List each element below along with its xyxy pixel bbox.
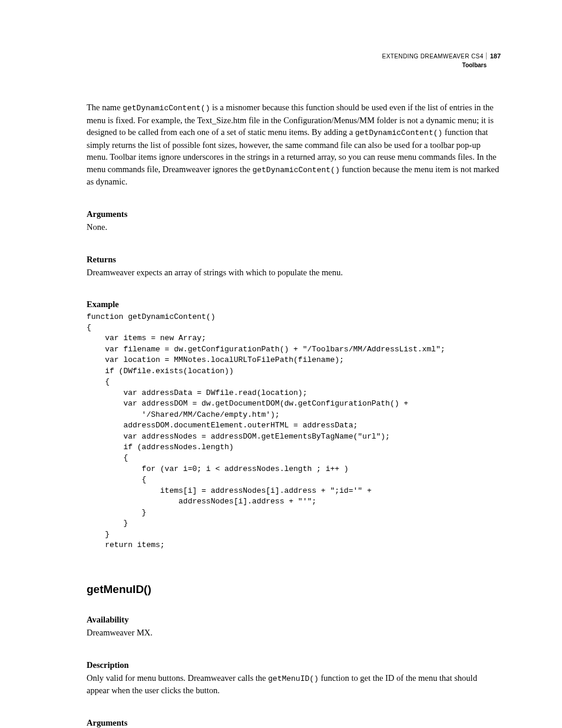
availability-heading: Availability [87,614,501,625]
intro-text-1: The name [87,103,123,112]
page-header: EXTENDING DREAMWEAVER CS4187 Toolbars [87,52,501,70]
page-container: EXTENDING DREAMWEAVER CS4187 Toolbars Th… [0,0,562,728]
header-section: Toolbars [87,61,501,70]
availability-body: Dreamweaver MX. [87,627,501,638]
code-inline-2: getDynamicContent() [355,129,442,137]
arguments-body-1: None. [87,221,501,233]
code-inline-1: getDynamicContent() [123,104,210,113]
description-body: Only valid for menu buttons. Dreamweaver… [87,672,501,697]
returns-body: Dreamweaver expects an array of strings … [87,266,501,278]
description-code: getMenuID() [268,674,319,683]
function-title-getmenuid: getMenuID() [87,582,501,598]
arguments-heading-1: Arguments [87,208,501,220]
returns-heading: Returns [87,253,501,265]
description-heading: Description [87,659,501,671]
example-code-block: function getDynamicContent() { var items… [87,312,501,551]
arguments-heading-2: Arguments [87,717,501,728]
page-number: 187 [486,52,501,60]
code-inline-3: getDynamicContent() [252,166,339,174]
description-pre: Only valid for menu buttons. Dreamweaver… [87,673,268,683]
header-title-line: EXTENDING DREAMWEAVER CS4187 [87,52,501,61]
book-title: EXTENDING DREAMWEAVER CS4 [382,53,484,60]
example-heading: Example [87,298,501,310]
intro-paragraph: The name getDynamicContent() is a misnom… [87,101,501,188]
